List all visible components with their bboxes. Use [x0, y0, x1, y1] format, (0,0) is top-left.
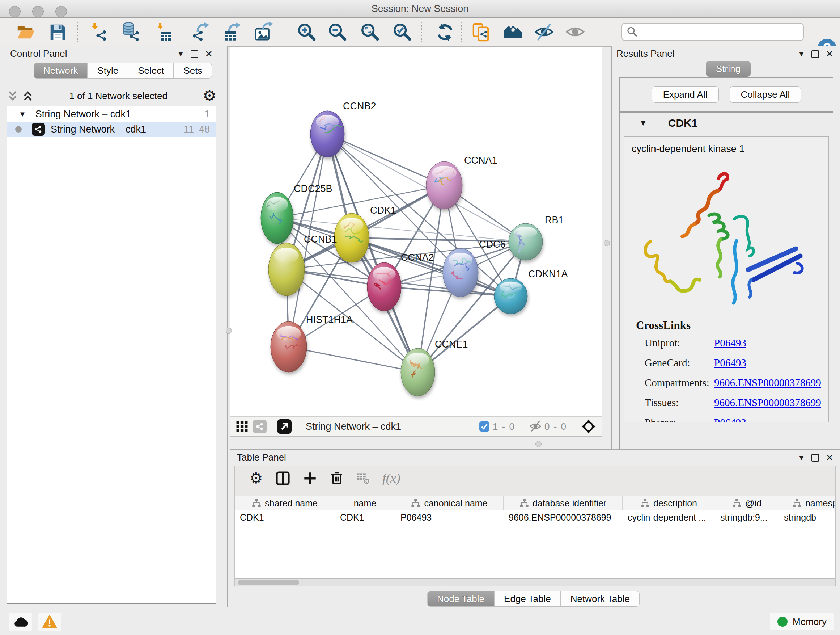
- zoom-in-icon[interactable]: [296, 22, 317, 42]
- zoom-fit-icon[interactable]: [360, 22, 380, 42]
- copy-network-icon[interactable]: [471, 22, 491, 42]
- collection-expander-icon[interactable]: ▼: [19, 110, 26, 119]
- table-options-gear-icon[interactable]: ⚙: [249, 470, 263, 486]
- crosslink-link[interactable]: P06493: [714, 417, 746, 423]
- float-panel-icon[interactable]: [812, 454, 819, 462]
- memory-button[interactable]: Memory: [770, 613, 834, 630]
- panel-menu-icon[interactable]: ▼: [177, 50, 184, 58]
- detach-view-icon[interactable]: [277, 419, 292, 434]
- network-node[interactable]: [443, 249, 478, 297]
- column-header[interactable]: namespace: [779, 496, 835, 510]
- selected-checkbox-icon[interactable]: [479, 421, 490, 432]
- column-header[interactable]: shared name: [235, 496, 335, 510]
- cloud-status-button[interactable]: [9, 613, 32, 631]
- network-node[interactable]: [426, 162, 462, 209]
- show-grid-icon[interactable]: [235, 420, 248, 433]
- hide-unhide-icon[interactable]: [534, 22, 554, 42]
- column-header[interactable]: @id: [715, 496, 779, 510]
- import-table-icon[interactable]: [153, 22, 173, 42]
- crosslink-label: Pharos:: [645, 417, 714, 423]
- table-cell[interactable]: P06493: [395, 510, 504, 524]
- table-cell[interactable]: 9606.ENSP00000378699: [504, 510, 622, 524]
- network-node[interactable]: [494, 279, 527, 314]
- panel-menu-icon[interactable]: ▼: [798, 50, 805, 58]
- import-network-from-database-icon[interactable]: [120, 22, 141, 42]
- tab-node-table[interactable]: Node Table: [427, 591, 494, 607]
- tab-network-table[interactable]: Network Table: [561, 591, 639, 607]
- zoom-selected-icon[interactable]: [392, 22, 412, 42]
- apply-layout-icon[interactable]: [435, 22, 455, 42]
- export-table-icon[interactable]: [223, 22, 243, 42]
- right-splitter-handle[interactable]: [604, 240, 610, 246]
- float-panel-icon[interactable]: [812, 50, 819, 58]
- network-row[interactable]: String Network – cdk1 11 48: [7, 122, 216, 137]
- home-string-icon[interactable]: [503, 22, 523, 42]
- column-header[interactable]: description: [622, 496, 715, 510]
- string-network-badge-icon[interactable]: [253, 420, 267, 433]
- close-panel-icon[interactable]: ✕: [826, 453, 834, 462]
- tab-style[interactable]: Style: [88, 63, 128, 79]
- tab-network[interactable]: Network: [34, 63, 88, 79]
- left-splitter-handle[interactable]: [226, 328, 232, 334]
- warnings-button[interactable]: [38, 613, 61, 631]
- save-session-icon[interactable]: [47, 22, 68, 42]
- table-cell[interactable]: stringdb:9...: [715, 510, 779, 524]
- network-node[interactable]: [508, 223, 543, 260]
- delete-column-icon[interactable]: [330, 471, 344, 486]
- float-panel-icon[interactable]: [191, 50, 198, 58]
- show-columns-icon[interactable]: [275, 470, 291, 486]
- column-header[interactable]: canonical name: [395, 496, 504, 510]
- table-cell[interactable]: CDK1: [335, 510, 395, 524]
- crosslink-link[interactable]: P06493: [714, 337, 746, 349]
- network-node[interactable]: [367, 263, 401, 311]
- network-node[interactable]: [310, 111, 344, 157]
- column-header[interactable]: name: [335, 496, 395, 510]
- search-box[interactable]: [622, 23, 804, 41]
- tab-sets[interactable]: Sets: [174, 63, 212, 79]
- hidden-eye-slash-icon[interactable]: [529, 420, 542, 432]
- crosslink-link[interactable]: 9606.ENSP00000378699: [714, 397, 821, 409]
- birds-eye-view-icon[interactable]: [581, 419, 596, 434]
- section-expander-icon[interactable]: ▼: [639, 119, 647, 128]
- export-image-icon[interactable]: [254, 22, 275, 42]
- collapse-all-button[interactable]: Collapse All: [729, 86, 801, 103]
- network-node[interactable]: [268, 243, 305, 296]
- node-label: HIST1H1A: [306, 314, 353, 325]
- gene-section-header[interactable]: ▼ CDK1: [620, 112, 833, 134]
- warning-icon: [42, 615, 57, 629]
- close-panel-icon[interactable]: ✕: [205, 49, 213, 59]
- search-input[interactable]: [641, 26, 803, 38]
- network-node[interactable]: [271, 321, 307, 372]
- network-node[interactable]: [334, 213, 369, 263]
- export-network-icon[interactable]: [191, 22, 212, 42]
- node-table: shared namenamecanonical namedatabase id…: [235, 496, 835, 578]
- expand-all-icon[interactable]: [22, 90, 34, 102]
- table-row[interactable]: CDK1CDK1P064939606.ENSP00000378699cyclin…: [235, 510, 835, 524]
- network-node[interactable]: [261, 192, 294, 244]
- close-panel-icon[interactable]: ✕: [826, 49, 834, 59]
- panel-menu-icon[interactable]: ▼: [798, 454, 805, 462]
- scrollbar-thumb[interactable]: [238, 580, 299, 585]
- network-node[interactable]: [401, 348, 435, 396]
- network-canvas[interactable]: CCNB2CCNA1CDC25BCDK1CDC6RB1CCNB1CCNA2CDK…: [230, 47, 602, 416]
- tab-select[interactable]: Select: [128, 63, 174, 79]
- table-cell[interactable]: cyclin-dependent ...: [622, 510, 715, 524]
- network-options-gear-icon[interactable]: ⚙: [202, 88, 216, 103]
- create-column-icon[interactable]: [303, 471, 317, 486]
- table-horizontal-scrollbar[interactable]: [235, 578, 835, 586]
- import-network-icon[interactable]: [88, 22, 109, 42]
- network-collection-row[interactable]: ▼ String Network – cdk1 1: [7, 106, 216, 122]
- column-header[interactable]: database identifier: [504, 496, 622, 510]
- collapse-all-icon[interactable]: [6, 90, 19, 102]
- zoom-out-icon[interactable]: [327, 22, 347, 42]
- tab-edge-table[interactable]: Edge Table: [494, 591, 561, 607]
- open-session-icon[interactable]: [15, 22, 35, 42]
- table-cell[interactable]: stringdb: [779, 510, 835, 524]
- network-edge[interactable]: [327, 134, 444, 185]
- horizontal-splitter-handle[interactable]: [535, 441, 542, 447]
- tab-string[interactable]: String: [706, 61, 751, 77]
- crosslink-link[interactable]: 9606.ENSP00000378699: [714, 377, 821, 389]
- crosslink-link[interactable]: P06493: [714, 357, 746, 369]
- table-cell[interactable]: CDK1: [235, 510, 335, 524]
- expand-all-button[interactable]: Expand All: [652, 86, 719, 103]
